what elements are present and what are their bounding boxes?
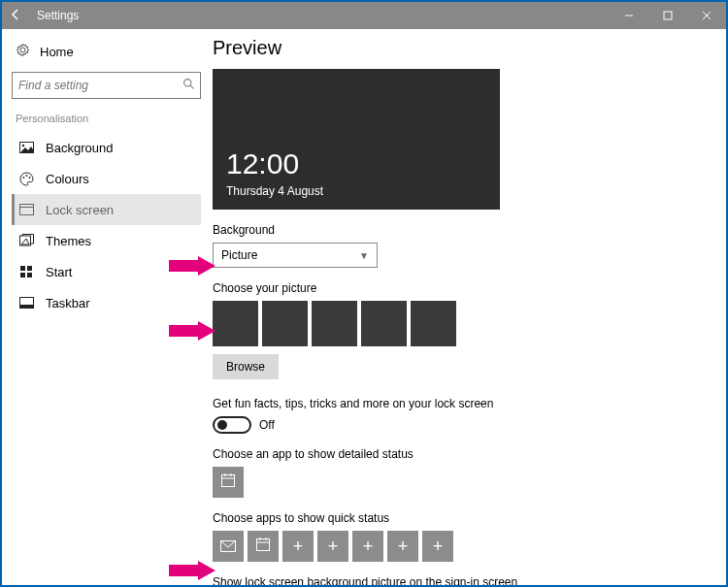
svg-marker-29 [169,256,215,276]
home-label: Home [40,45,74,59]
quick-status-slot[interactable]: + [317,531,348,562]
svg-line-5 [190,85,193,88]
search-icon [177,77,200,94]
taskbar-icon [18,297,34,309]
sidebar-item-label: Taskbar [46,296,90,310]
picture-icon [18,142,34,153]
svg-point-4 [183,80,190,86]
mail-icon [220,537,236,557]
detailed-status-slot[interactable] [213,467,244,498]
quick-status-slot[interactable]: + [387,531,418,562]
plus-icon: + [398,537,409,557]
svg-rect-20 [222,474,235,486]
preview-date: Thursday 4 August [226,184,323,198]
picture-thumb[interactable] [262,301,308,346]
quick-status-slot[interactable]: + [422,531,453,562]
svg-point-8 [22,177,24,179]
dropdown-value: Picture [221,248,257,262]
choose-picture-label: Choose your picture [213,281,703,295]
picture-thumb[interactable] [312,301,357,346]
page-title: Preview [213,37,703,59]
home-nav[interactable]: Home [12,39,201,72]
sidebar: Home Personalisation Background Colours … [2,29,211,585]
calendar-icon [220,473,236,493]
quick-status-label: Choose apps to show quick status [213,511,703,525]
annotation-arrow-icon [169,561,215,580]
calendar-icon [255,537,271,557]
svg-rect-11 [19,205,33,215]
category-label: Personalisation [12,113,201,132]
annotation-arrow-icon [169,321,215,341]
lockscreen-icon [18,204,34,215]
svg-rect-25 [257,538,270,550]
funfacts-state: Off [259,418,275,432]
minimize-button[interactable] [610,2,648,29]
preview-time: 12:00 [226,147,299,180]
svg-point-7 [21,145,23,147]
browse-button[interactable]: Browse [213,354,279,379]
palette-icon [18,172,34,186]
picture-thumb[interactable] [213,301,258,346]
svg-rect-14 [20,266,25,271]
sidebar-item-lock-screen[interactable]: Lock screen [12,194,201,225]
sidebar-item-label: Colours [46,172,89,186]
window-titlebar: Settings [2,2,726,29]
quick-status-slot[interactable]: + [352,531,383,562]
sidebar-item-label: Themes [46,234,91,248]
svg-marker-30 [169,321,215,341]
maximize-button[interactable] [648,2,687,29]
svg-rect-1 [664,12,672,19]
svg-rect-17 [27,273,32,277]
picture-thumbnails [213,301,703,346]
chevron-down-icon: ▼ [359,250,369,261]
sidebar-item-taskbar[interactable]: Taskbar [12,287,201,318]
sidebar-item-label: Lock screen [46,203,114,217]
sidebar-item-colours[interactable]: Colours [12,163,201,194]
background-label: Background [213,223,703,237]
annotation-arrow-icon [169,256,215,276]
themes-icon [18,234,34,247]
background-dropdown[interactable]: Picture ▼ [213,243,378,268]
sidebar-item-themes[interactable]: Themes [12,225,201,256]
search-field[interactable] [13,79,177,92]
start-icon [18,265,34,278]
plus-icon: + [433,537,444,557]
search-input[interactable] [12,72,201,99]
window-control-buttons [610,2,726,29]
svg-point-10 [28,177,30,179]
plus-icon: + [293,537,304,557]
plus-icon: + [328,537,339,557]
svg-marker-31 [169,561,215,580]
funfacts-label: Get fun facts, tips, tricks and more on … [213,397,703,410]
quick-status-slot[interactable] [248,531,279,562]
svg-rect-15 [27,266,32,271]
window-title: Settings [29,9,610,22]
plus-icon: + [363,537,374,557]
quick-status-slot[interactable] [213,531,244,562]
close-button[interactable] [687,2,726,29]
back-button[interactable] [2,8,29,24]
sidebar-item-label: Start [46,265,72,279]
svg-rect-19 [19,305,33,309]
lockscreen-preview: 12:00 Thursday 4 August [213,69,500,210]
picture-thumb[interactable] [361,301,407,346]
sidebar-item-label: Background [46,141,113,155]
detailed-status-label: Choose an app to show detailed status [213,447,703,461]
quick-status-slot[interactable]: + [282,531,314,562]
gear-icon [16,43,30,60]
funfacts-toggle[interactable] [213,416,251,434]
svg-point-9 [25,175,27,177]
svg-rect-16 [20,273,25,277]
sidebar-item-background[interactable]: Background [12,132,201,163]
picture-thumb[interactable] [411,301,456,346]
main-content: Preview 12:00 Thursday 4 August Backgrou… [211,29,726,585]
signin-bg-label: Show lock screen background picture on t… [213,575,703,585]
